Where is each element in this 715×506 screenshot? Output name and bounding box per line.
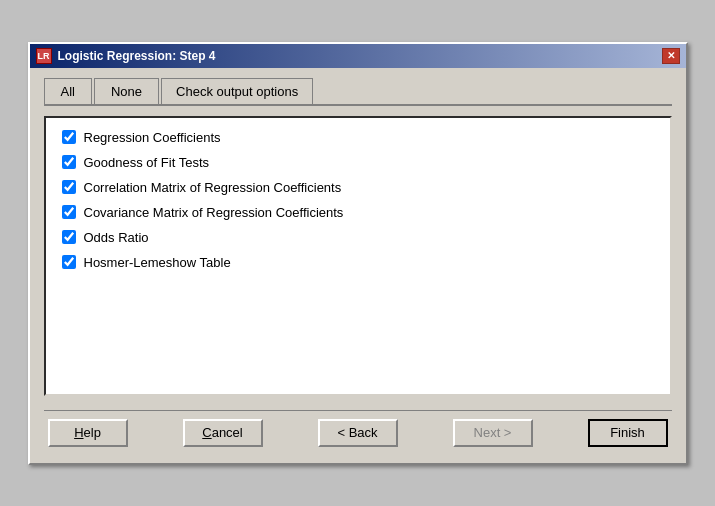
- cancel-label: ancel: [212, 425, 243, 440]
- tab-row: All None Check output options: [44, 78, 672, 106]
- checkbox-odds-ratio[interactable]: [62, 230, 76, 244]
- checkbox-hosmer-lemeshow[interactable]: [62, 255, 76, 269]
- checkbox-item-3: Correlation Matrix of Regression Coeffic…: [62, 180, 654, 195]
- checkbox-regression-coefficients[interactable]: [62, 130, 76, 144]
- window-title: Logistic Regression: Step 4: [58, 49, 216, 63]
- checkbox-item-4: Covariance Matrix of Regression Coeffici…: [62, 205, 654, 220]
- tab-description: Check output options: [161, 78, 313, 104]
- app-icon: LR: [36, 48, 52, 64]
- checkbox-label-6[interactable]: Hosmer-Lemeshow Table: [84, 255, 231, 270]
- tab-none[interactable]: None: [94, 78, 159, 104]
- close-button[interactable]: ✕: [662, 48, 680, 64]
- help-label: elp: [84, 425, 101, 440]
- help-button[interactable]: Help: [48, 419, 128, 447]
- next-button[interactable]: Next >: [453, 419, 533, 447]
- checkbox-label-3[interactable]: Correlation Matrix of Regression Coeffic…: [84, 180, 342, 195]
- tab-all[interactable]: All: [44, 78, 92, 104]
- checkboxes-area: Regression Coefficients Goodness of Fit …: [44, 116, 672, 396]
- back-label: < Back: [337, 425, 377, 440]
- bottom-buttons: Help Cancel < Back Next > Finish: [44, 410, 672, 453]
- checkbox-covariance-matrix[interactable]: [62, 205, 76, 219]
- title-bar: LR Logistic Regression: Step 4 ✕: [30, 44, 686, 68]
- checkbox-correlation-matrix[interactable]: [62, 180, 76, 194]
- next-label: Next >: [474, 425, 512, 440]
- checkbox-goodness-of-fit[interactable]: [62, 155, 76, 169]
- checkbox-item-2: Goodness of Fit Tests: [62, 155, 654, 170]
- finish-label: Finish: [610, 425, 645, 440]
- cancel-button[interactable]: Cancel: [183, 419, 263, 447]
- window-content: All None Check output options Regression…: [30, 68, 686, 463]
- main-window: LR Logistic Regression: Step 4 ✕ All Non…: [28, 42, 688, 465]
- checkbox-label-2[interactable]: Goodness of Fit Tests: [84, 155, 210, 170]
- checkbox-label-4[interactable]: Covariance Matrix of Regression Coeffici…: [84, 205, 344, 220]
- checkbox-item-5: Odds Ratio: [62, 230, 654, 245]
- back-button[interactable]: < Back: [318, 419, 398, 447]
- checkbox-label-5[interactable]: Odds Ratio: [84, 230, 149, 245]
- checkbox-label-1[interactable]: Regression Coefficients: [84, 130, 221, 145]
- checkbox-item-6: Hosmer-Lemeshow Table: [62, 255, 654, 270]
- checkbox-item-1: Regression Coefficients: [62, 130, 654, 145]
- finish-button[interactable]: Finish: [588, 419, 668, 447]
